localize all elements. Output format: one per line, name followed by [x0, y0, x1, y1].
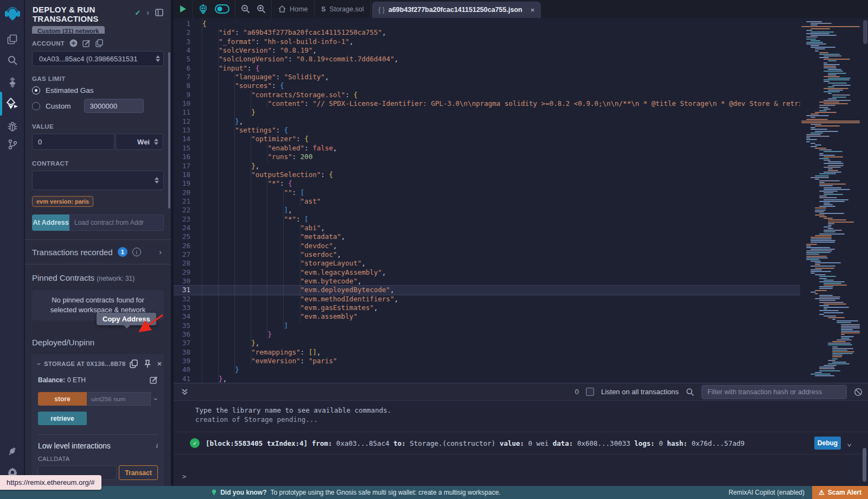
remix-logo-icon[interactable]	[0, 4, 24, 24]
at-address-button[interactable]: At Address	[32, 214, 69, 231]
copy-account-icon[interactable]	[95, 39, 103, 47]
value-unit-select[interactable]: Wei	[116, 134, 163, 150]
code-line[interactable]: 38"remappings": [],	[174, 348, 800, 357]
transaction-log-row[interactable]: ✓ [block:5583405 txIndex:4] from: 0xa03.…	[174, 432, 868, 454]
sign-message-icon[interactable]	[82, 39, 91, 47]
minimap[interactable]	[800, 18, 861, 377]
store-argument-input[interactable]	[87, 392, 151, 406]
code-line[interactable]: 22],	[174, 206, 800, 214]
clear-filter-icon[interactable]	[854, 388, 863, 396]
deploy-and-run-icon[interactable]	[0, 93, 24, 115]
run-script-icon[interactable]	[179, 5, 187, 13]
code-line[interactable]: 9"contracts/Storage.sol": {	[174, 91, 800, 99]
code-line[interactable]: 34"evm.assembly"	[174, 312, 800, 321]
code-line[interactable]: 13"settings": {	[174, 126, 800, 135]
code-line[interactable]: 29"evm.legacyAssembly",	[174, 268, 800, 277]
copy-address-icon[interactable]	[130, 359, 138, 368]
code-line[interactable]: 27"userdoc",	[174, 250, 800, 259]
remove-contract-icon[interactable]: ×	[157, 361, 162, 367]
contract-select[interactable]	[32, 170, 164, 190]
edit-balance-icon[interactable]	[150, 376, 158, 384]
code-line[interactable]: 25"metadata",	[174, 232, 800, 241]
transactions-expand-icon[interactable]: ›	[159, 248, 162, 256]
transact-button[interactable]: Transact	[119, 465, 158, 480]
load-contract-input[interactable]	[69, 214, 164, 231]
transactions-info-icon[interactable]: i	[132, 248, 141, 256]
ai-copilot-toggle[interactable]	[215, 4, 229, 14]
code-line[interactable]: 40}	[174, 365, 800, 374]
code-line[interactable]: 6"input": {	[174, 64, 800, 73]
code-line[interactable]: 3"_format": "hh-sol-build-info-1",	[174, 37, 800, 46]
code-line[interactable]: 30"evm.bytecode",	[174, 277, 800, 286]
listen-all-checkbox[interactable]	[586, 388, 594, 396]
file-explorer-icon[interactable]	[0, 28, 24, 50]
code-line[interactable]: 41},	[174, 375, 800, 383]
contract-collapse-icon[interactable]: ›	[35, 363, 43, 365]
code-line[interactable]: 15"enabled": false,	[174, 144, 800, 153]
tab-storage-sol[interactable]: S Storage.sol	[315, 0, 371, 18]
editor-scrollbar[interactable]	[863, 20, 867, 44]
code-line[interactable]: 35]	[174, 321, 800, 330]
search-icon[interactable]	[0, 49, 24, 71]
code-line[interactable]: 10"content": "// SPDX-License-Identifier…	[174, 99, 800, 108]
add-account-icon[interactable]	[69, 39, 78, 47]
code-editor[interactable]: 1{2"id": "a69b43f277ba20fcac141151250ca7…	[174, 18, 868, 383]
code-line[interactable]: 39"evmVersion": "paris"	[174, 357, 800, 365]
code-line[interactable]: 28"storageLayout",	[174, 259, 800, 268]
pin-contract-icon[interactable]	[144, 359, 151, 368]
account-select[interactable]: 0xA03...85ac4 (0.39866531531	[32, 51, 164, 66]
panel-scrollbar[interactable]	[168, 52, 170, 209]
code-line[interactable]: 4"solcVersion": "0.8.19",	[174, 46, 800, 55]
account-stepper[interactable]	[156, 55, 160, 62]
code-line[interactable]: 18"outputSelection": {	[174, 170, 800, 179]
tab-json-file[interactable]: { } a69b43f277ba20fcac141151250ca755.jso…	[372, 2, 541, 18]
close-tab-icon[interactable]: ×	[531, 6, 535, 14]
code-line[interactable]: 31"evm.deployedBytecode",	[174, 286, 800, 294]
code-line[interactable]: 7"language": "Solidity",	[174, 73, 800, 81]
code-line[interactable]: 16"runs": 200	[174, 153, 800, 161]
zoom-in-icon[interactable]	[257, 4, 266, 14]
code-line[interactable]: 8"sources": {	[174, 81, 800, 90]
code-line[interactable]: 24"abi",	[174, 224, 800, 232]
retrieve-function-button[interactable]: retrieve	[38, 412, 87, 425]
store-function-button[interactable]: store	[38, 392, 87, 406]
code-line[interactable]: 1{	[174, 20, 800, 28]
code-line[interactable]: 21"ast"	[174, 197, 800, 206]
scam-alert-button[interactable]: ⚠ Scam Alert	[812, 486, 868, 499]
tx-expand-icon[interactable]: ⌄	[847, 438, 852, 448]
terminal-collapse-icon[interactable]	[181, 388, 188, 396]
code-line[interactable]: 37},	[174, 339, 800, 348]
solidity-compiler-icon[interactable]	[0, 72, 24, 93]
custom-gas-radio[interactable]	[32, 102, 40, 110]
code-line[interactable]: 17},	[174, 162, 800, 170]
code-line[interactable]: 14"optimizer": {	[174, 135, 800, 143]
terminal-output[interactable]: Type the library name to see available c…	[174, 401, 868, 486]
transaction-filter-input[interactable]	[701, 385, 847, 399]
copilot-status[interactable]: RemixAI Copilot (enabled)	[729, 489, 805, 496]
store-expand-icon[interactable]: ›	[152, 397, 161, 400]
plugin-manager-icon[interactable]	[0, 441, 24, 463]
code-line[interactable]: 19"*": {	[174, 179, 800, 188]
tab-home[interactable]: Home	[272, 0, 315, 18]
code-line[interactable]: 26"devdoc",	[174, 242, 800, 250]
code-line[interactable]: 5"solcLongVersion": "0.8.19+commit.7dd6d…	[174, 55, 800, 64]
code-line[interactable]: 20"": [	[174, 188, 800, 197]
zoom-out-icon[interactable]	[241, 4, 250, 14]
custom-gas-input[interactable]	[84, 99, 144, 113]
remix-ai-robot-icon[interactable]	[198, 4, 208, 14]
code-line[interactable]: 32"evm.methodIdentifiers",	[174, 295, 800, 304]
panel-pin-right-icon[interactable]: ›	[146, 8, 149, 17]
debug-button[interactable]: Debug	[814, 437, 841, 450]
code-line[interactable]: 23"*": [	[174, 215, 800, 224]
terminal-prompt[interactable]: >	[174, 472, 868, 486]
code-line[interactable]: 36}	[174, 330, 800, 339]
split-view-icon[interactable]	[155, 9, 163, 16]
code-line[interactable]: 2"id": "a69b43f277ba20fcac141151250ca755…	[174, 28, 800, 37]
value-input[interactable]	[32, 134, 114, 150]
terminal-scrollbar[interactable]	[863, 448, 866, 482]
estimated-gas-radio[interactable]	[32, 86, 40, 94]
code-line[interactable]: 33"evm.gasEstimates",	[174, 304, 800, 312]
code-line[interactable]: 12},	[174, 117, 800, 126]
code-line[interactable]: 11}	[174, 108, 800, 117]
low-level-info-icon[interactable]: i	[156, 441, 158, 450]
